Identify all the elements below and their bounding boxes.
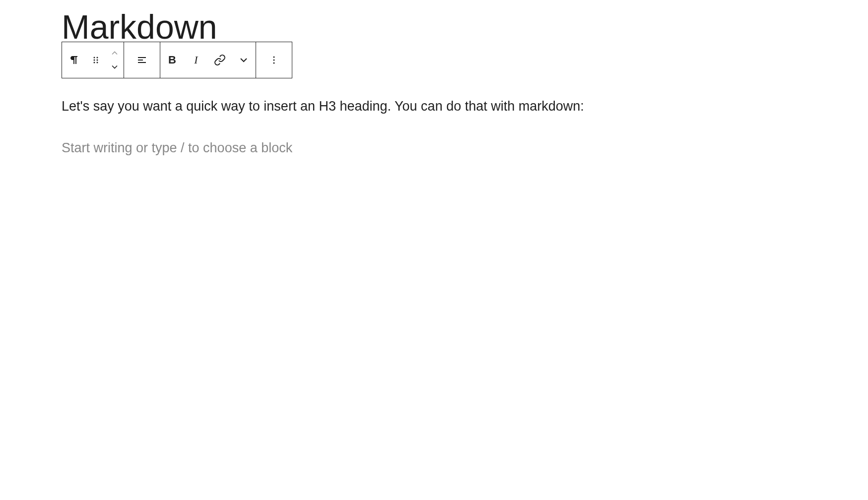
align-button[interactable] [124, 42, 160, 78]
empty-block-placeholder[interactable]: Start writing or type / to choose a bloc… [62, 139, 868, 158]
drag-handle-button[interactable] [86, 42, 106, 78]
italic-button[interactable]: I [184, 42, 208, 78]
svg-point-11 [273, 62, 275, 64]
chevron-down-icon [238, 54, 250, 66]
toolbar-group-format: B I [160, 42, 256, 78]
svg-point-2 [94, 60, 95, 61]
content-paragraph[interactable]: Let's say you want a quick way to insert… [62, 97, 868, 116]
move-buttons-group [106, 42, 124, 78]
paragraph-icon [68, 54, 80, 66]
chevron-up-icon [110, 48, 120, 58]
more-vertical-icon [268, 54, 280, 66]
more-options-button[interactable] [256, 42, 292, 78]
svg-point-3 [97, 60, 98, 61]
italic-icon: I [194, 54, 198, 66]
svg-point-5 [97, 62, 98, 63]
toolbar-group-more [256, 42, 292, 78]
move-down-button[interactable] [106, 60, 124, 74]
drag-icon [90, 54, 102, 66]
chevron-down-icon [110, 62, 120, 72]
svg-point-0 [94, 57, 95, 59]
align-left-icon [136, 54, 148, 66]
bold-icon: B [168, 54, 176, 66]
svg-point-9 [273, 57, 275, 58]
block-toolbar: B I [62, 42, 292, 78]
svg-point-4 [94, 62, 95, 63]
toolbar-group-block [62, 42, 124, 78]
svg-point-1 [97, 57, 98, 59]
link-button[interactable] [208, 42, 232, 78]
more-formatting-button[interactable] [232, 42, 256, 78]
svg-point-10 [273, 60, 275, 61]
move-up-button[interactable] [106, 46, 124, 60]
bold-button[interactable]: B [160, 42, 184, 78]
toolbar-group-align [124, 42, 160, 78]
link-icon [214, 54, 226, 66]
paragraph-block-button[interactable] [62, 42, 86, 78]
page-title[interactable]: Markdown [62, 10, 868, 44]
